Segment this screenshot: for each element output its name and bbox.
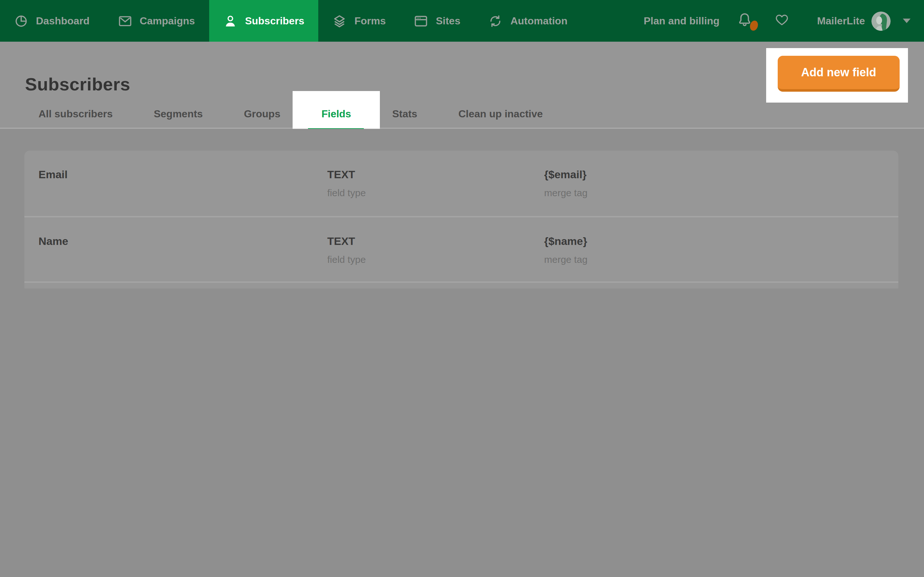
add-new-field-spotlight: Add new field — [766, 48, 908, 103]
tab-all-subscribers[interactable]: All subscribers — [18, 108, 133, 127]
tab-segments[interactable]: Segments — [133, 108, 223, 127]
merge-tag-caption: merge tag — [544, 187, 898, 198]
merge-tag: {$email} — [544, 169, 898, 181]
layers-icon — [333, 14, 347, 28]
pie-chart-icon — [14, 14, 28, 28]
field-row-email[interactable]: Email TEXT field type {$email} merge tag — [24, 151, 898, 216]
chevron-down-icon — [903, 19, 911, 23]
tab-clean-up-inactive[interactable]: Clean up inactive — [438, 108, 564, 127]
subscriber-tabs: All subscribers Segments Groups Fields S… — [18, 108, 564, 127]
notifications-button[interactable] — [726, 11, 764, 30]
nav-item-subscribers[interactable]: Subscribers — [209, 0, 318, 42]
tab-stats[interactable]: Stats — [372, 108, 438, 127]
favorites-button[interactable] — [764, 12, 800, 29]
nav-label: Sites — [436, 15, 460, 27]
account-name: MailerLite — [817, 15, 865, 27]
add-new-field-button[interactable]: Add new field — [778, 56, 900, 92]
secondary-nav: Plan and billing MailerLit — [637, 0, 924, 42]
fields-table: Email TEXT field type {$email} merge tag… — [24, 151, 898, 288]
heart-icon — [775, 12, 790, 29]
field-name: Email — [39, 169, 327, 216]
tab-fields[interactable]: Fields — [301, 108, 372, 127]
nav-item-dashboard[interactable]: Dashboard — [0, 0, 103, 42]
envelope-icon — [118, 14, 132, 28]
merge-tag: {$name} — [544, 235, 898, 247]
field-row-last-name[interactable]: Last name TEXT field type {$last_name} m… — [24, 282, 898, 288]
avatar — [871, 11, 891, 31]
nav-label: Forms — [355, 15, 386, 27]
field-name: Name — [39, 235, 327, 282]
field-type: TEXT — [327, 169, 544, 181]
merge-tag-caption: merge tag — [544, 254, 898, 265]
tab-groups[interactable]: Groups — [223, 108, 301, 127]
refresh-icon — [489, 14, 503, 28]
nav-item-automation[interactable]: Automation — [475, 0, 582, 42]
plan-and-billing-link[interactable]: Plan and billing — [637, 15, 726, 27]
nav-label: Automation — [510, 15, 567, 27]
nav-item-campaigns[interactable]: Campaigns — [103, 0, 209, 42]
mailerlite-app: Dashboard Campaigns Subscribers — [0, 0, 924, 288]
field-type-caption: field type — [327, 187, 544, 198]
nav-item-forms[interactable]: Forms — [318, 0, 400, 42]
person-icon — [223, 14, 237, 28]
field-row-name[interactable]: Name TEXT field type {$name} merge tag — [24, 216, 898, 282]
fields-content: Email TEXT field type {$email} merge tag… — [0, 129, 924, 288]
field-type: TEXT — [327, 235, 544, 247]
browser-icon — [414, 14, 428, 28]
nav-label: Campaigns — [140, 15, 195, 27]
field-type-caption: field type — [327, 254, 544, 265]
page-title: Subscribers — [25, 74, 130, 95]
nav-label: Dashboard — [36, 15, 89, 27]
account-menu[interactable]: MailerLite — [800, 11, 911, 31]
top-navigation: Dashboard Campaigns Subscribers — [0, 0, 924, 42]
nav-item-sites[interactable]: Sites — [400, 0, 475, 42]
primary-nav: Dashboard Campaigns Subscribers — [0, 0, 582, 42]
nav-label: Subscribers — [245, 15, 304, 27]
